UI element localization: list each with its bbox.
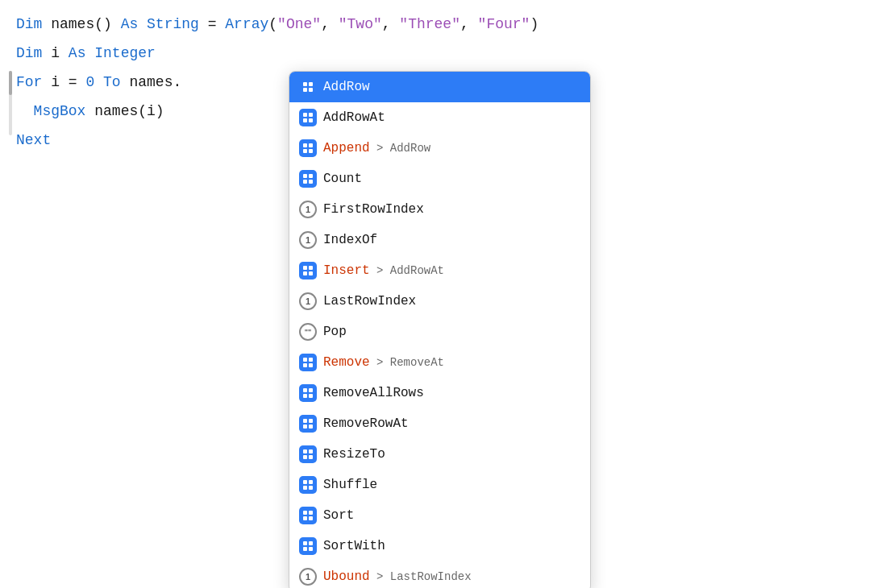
- array-args: (: [268, 10, 277, 39]
- addrowat-icon: [299, 109, 317, 126]
- pop-icon: "": [299, 323, 317, 341]
- autocomplete-item-resizeto[interactable]: ResizeTo: [289, 439, 590, 470]
- keyword-as: As: [112, 10, 147, 39]
- autocomplete-item-ubound[interactable]: 1 Ubound > LastRowIndex: [289, 561, 590, 588]
- shuffle-icon: [299, 476, 317, 494]
- svg-rect-17: [309, 266, 313, 270]
- append-deprecated: Append: [323, 141, 370, 155]
- remove-deprecated: Remove: [323, 355, 370, 370]
- append-label: Append > AddRow: [323, 137, 580, 159]
- svg-rect-41: [309, 511, 313, 515]
- count-icon: [299, 170, 317, 188]
- svg-rect-46: [303, 547, 307, 551]
- svg-rect-12: [303, 174, 307, 178]
- str-three: "Three": [399, 10, 460, 39]
- ubound-label: Ubound > LastRowIndex: [323, 565, 580, 588]
- comma1: ,: [321, 10, 339, 39]
- svg-rect-35: [309, 455, 313, 459]
- lastrowindex-icon: 1: [299, 292, 317, 310]
- svg-rect-26: [303, 394, 307, 398]
- comma2: ,: [382, 10, 400, 39]
- autocomplete-item-addrow[interactable]: AddRow: [289, 72, 590, 102]
- svg-rect-2: [303, 88, 307, 92]
- autocomplete-item-indexof[interactable]: 1 IndexOf: [289, 225, 590, 255]
- autocomplete-item-append[interactable]: Append > AddRow: [289, 133, 590, 164]
- resizeto-label: ResizeTo: [323, 443, 580, 466]
- ubound-icon: 1: [299, 568, 317, 586]
- svg-rect-31: [309, 424, 313, 429]
- addrowat-label: AddRowAt: [323, 106, 580, 129]
- svg-rect-19: [309, 271, 313, 275]
- svg-rect-33: [309, 449, 313, 453]
- svg-rect-13: [309, 174, 313, 178]
- autocomplete-item-remove[interactable]: Remove > RemoveAt: [289, 347, 590, 378]
- svg-rect-16: [303, 266, 307, 270]
- svg-rect-37: [309, 480, 313, 484]
- equals: =: [199, 10, 225, 39]
- scrollbar-track: [9, 71, 12, 135]
- removerowat-label: RemoveRowAt: [323, 412, 580, 435]
- autocomplete-item-lastrowindex[interactable]: 1 LastRowIndex: [289, 286, 590, 317]
- svg-rect-29: [309, 419, 313, 423]
- ubound-deprecated: Ubound: [323, 569, 370, 584]
- sort-label: Sort: [323, 504, 580, 527]
- svg-rect-40: [303, 511, 307, 515]
- svg-rect-11: [309, 149, 313, 153]
- insert-icon: [299, 262, 317, 280]
- svg-rect-15: [309, 180, 313, 184]
- firstrowindex-label: FirstRowIndex: [323, 198, 580, 221]
- svg-rect-22: [303, 363, 307, 367]
- code-line-1: Dim names() As String = Array("One", "Tw…: [16, 10, 853, 39]
- autocomplete-item-addrowat[interactable]: AddRowAt: [289, 102, 590, 133]
- removeallrows-icon: [299, 384, 317, 402]
- autocomplete-item-removerowat[interactable]: RemoveRowAt: [289, 408, 590, 439]
- svg-rect-30: [303, 424, 307, 429]
- append-hint: > AddRow: [370, 142, 431, 155]
- insert-hint: > AddRowAt: [370, 264, 444, 277]
- svg-rect-5: [309, 113, 313, 117]
- remove-label: Remove > RemoveAt: [323, 351, 580, 374]
- autocomplete-item-firstrowindex[interactable]: 1 FirstRowIndex: [289, 194, 590, 225]
- ubound-hint: > LastRowIndex: [370, 570, 472, 583]
- autocomplete-item-sortwith[interactable]: SortWith: [289, 531, 590, 561]
- autocomplete-item-pop[interactable]: "" Pop: [289, 317, 590, 347]
- svg-rect-42: [303, 516, 307, 520]
- autocomplete-item-removeallrows[interactable]: RemoveAllRows: [289, 378, 590, 408]
- keyword-as-2: As: [60, 39, 94, 68]
- insert-deprecated: Insert: [323, 263, 370, 278]
- indent: [16, 97, 34, 126]
- svg-rect-6: [303, 118, 307, 122]
- scrollbar[interactable]: [8, 71, 13, 135]
- count-label: Count: [323, 168, 580, 190]
- str-two: "Two": [339, 10, 382, 39]
- var-i-2: i: [51, 68, 60, 97]
- scrollbar-thumb[interactable]: [9, 71, 12, 95]
- autocomplete-item-sort[interactable]: Sort: [289, 500, 590, 531]
- autocomplete-item-shuffle[interactable]: Shuffle: [289, 470, 590, 500]
- autocomplete-item-count[interactable]: Count: [289, 164, 590, 194]
- eq2: =: [60, 68, 85, 97]
- sort-icon: [299, 507, 317, 524]
- type-integer: Integer: [94, 39, 156, 68]
- sortwith-icon: [299, 537, 317, 555]
- removeallrows-label: RemoveAllRows: [323, 382, 580, 404]
- svg-rect-3: [309, 88, 313, 92]
- str-one: "One": [277, 10, 321, 39]
- names-dot: names.: [129, 68, 181, 97]
- func-array: Array: [225, 10, 268, 39]
- remove-hint: > RemoveAt: [370, 356, 444, 369]
- svg-rect-7: [309, 118, 313, 122]
- svg-rect-44: [303, 541, 307, 545]
- svg-rect-18: [303, 271, 307, 275]
- svg-rect-1: [309, 82, 313, 86]
- removerowat-icon: [299, 415, 317, 433]
- svg-rect-0: [303, 82, 307, 86]
- svg-rect-28: [303, 419, 307, 423]
- sortwith-label: SortWith: [323, 535, 580, 557]
- svg-rect-20: [303, 358, 307, 362]
- resizeto-icon: [299, 445, 317, 463]
- autocomplete-item-insert[interactable]: Insert > AddRowAt: [289, 255, 590, 286]
- msgbox-arg: names(i): [85, 97, 164, 126]
- svg-rect-45: [309, 541, 313, 545]
- keyword-msgbox: MsgBox: [34, 97, 86, 126]
